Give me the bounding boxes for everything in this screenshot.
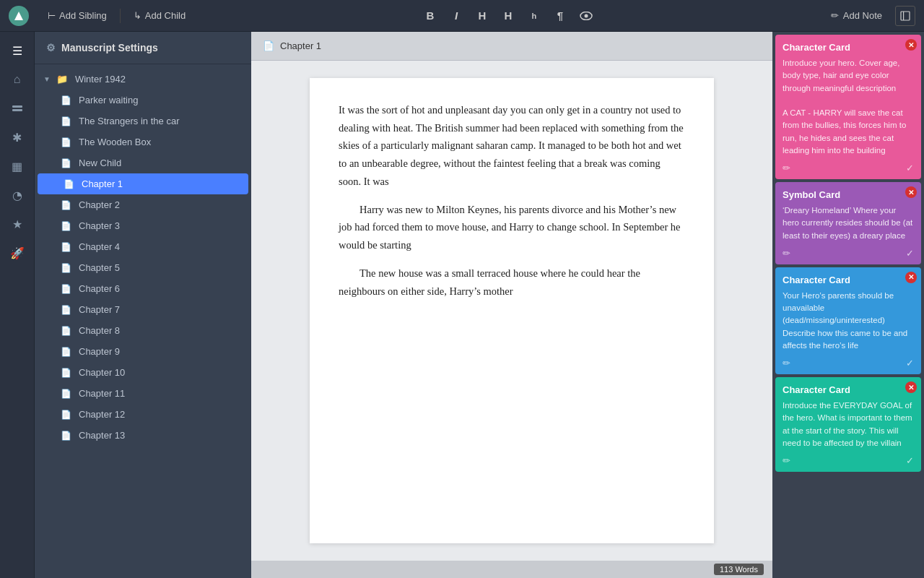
heading2-button[interactable]: H (497, 6, 519, 26)
tree-item-chapter7[interactable]: 📄Chapter 7 (35, 299, 251, 320)
notes-sidebar: ✕ Character Card Introduce your hero. Co… (772, 32, 924, 578)
toolbar-divider-1 (120, 9, 121, 23)
add-sibling-icon: ⊢ (48, 10, 56, 21)
sidebar-icon-menu[interactable]: ☰ (4, 38, 30, 64)
note-close-note1[interactable]: ✕ (905, 39, 917, 51)
doc-icon: 📄 (61, 389, 71, 399)
note-check-icon-note4[interactable]: ✓ (906, 455, 914, 466)
note-card-title-note1: Character Card (783, 42, 914, 53)
tree-item-woodenbox[interactable]: 📄The Wooden Box (35, 131, 251, 152)
doc-icon: 📄 (61, 242, 71, 252)
tree-item-chapter10[interactable]: 📄Chapter 10 (35, 362, 251, 383)
note-edit-icon-note2[interactable]: ✏ (783, 248, 790, 259)
preview-button[interactable] (575, 6, 597, 26)
tree-item-chapter11[interactable]: 📄Chapter 11 (35, 383, 251, 404)
note-footer-note3: ✏ ✓ (783, 358, 914, 368)
format-toolbar: B I H H h ¶ (193, 6, 824, 26)
app-logo (9, 6, 29, 26)
tree-item-chapter6[interactable]: 📄Chapter 6 (35, 278, 251, 299)
tree-item-chapter2[interactable]: 📄Chapter 2 (35, 194, 251, 215)
doc-icon: 📄 (61, 263, 71, 273)
arrow-icon: ▼ (43, 75, 51, 83)
note-card-note3: ✕ Character Card Your Hero’s parents sho… (775, 267, 921, 374)
doc-icon: 📄 (61, 221, 71, 231)
toolbar: ⊢ Add Sibling ↳ Add Child B I H H h ¶ ✏ … (0, 0, 924, 32)
note-card-body-note1: Introduce your hero. Cover age, body typ… (783, 57, 914, 157)
tree-item-chapter3[interactable]: 📄Chapter 3 (35, 215, 251, 236)
bold-button[interactable]: B (419, 6, 441, 26)
tree-item-label: New Child (79, 158, 121, 168)
note-card-body-note2: ‘Dreary Homeland’ Where your hero curren… (783, 204, 914, 242)
tree-item-label: Chapter 3 (79, 220, 120, 231)
expand-button[interactable] (895, 6, 915, 26)
heading1-button[interactable]: H (471, 6, 493, 26)
tree-item-newchild[interactable]: 📄New Child (35, 152, 251, 173)
note-card-body-note4: Introduce the EVERYDAY GOAL of the hero.… (783, 400, 914, 449)
doc-icon: 📄 (61, 368, 71, 378)
note-card-title-note4: Character Card (783, 384, 914, 395)
tree-item-chapter12[interactable]: 📄Chapter 12 (35, 404, 251, 425)
tree-item-label: Chapter 5 (79, 262, 120, 273)
italic-button[interactable]: I (445, 6, 467, 26)
note-edit-icon-note3[interactable]: ✏ (783, 358, 790, 368)
tree-item-parker[interactable]: 📄Parker waiting (35, 90, 251, 111)
doc-icon: 📄 (61, 326, 71, 336)
tree-sidebar: ⚙ Manuscript Settings ▼📁Winter 1942📄Park… (35, 32, 251, 578)
doc-icon: 📄 (61, 431, 71, 441)
tree-item-chapter1[interactable]: 📄Chapter 1 (38, 173, 248, 194)
note-check-icon-note2[interactable]: ✓ (906, 248, 914, 259)
note-footer-note4: ✏ ✓ (783, 455, 914, 466)
sidebar-icon-star[interactable]: ★ (4, 211, 30, 237)
note-close-note2[interactable]: ✕ (905, 186, 917, 198)
tree-item-strangers[interactable]: 📄The Strangers in the car (35, 111, 251, 131)
sidebar-title: Manuscript Settings (61, 42, 158, 53)
tree-item-label: Winter 1942 (75, 74, 126, 85)
note-edit-icon-note4[interactable]: ✏ (783, 455, 790, 466)
tree-item-label: Chapter 7 (79, 304, 120, 315)
svg-rect-5 (12, 105, 22, 108)
add-sibling-button[interactable]: ⊢ Add Sibling (40, 7, 114, 24)
main-layout: ☰ ⌂ ✱ ▦ ◔ ★ 🚀 ⚙ Manuscript Settings ▼📁Wi… (0, 32, 924, 578)
add-note-button[interactable]: ✏ Add Note (824, 7, 889, 24)
note-check-icon-note1[interactable]: ✓ (906, 163, 914, 173)
doc-icon: 📄 (61, 347, 71, 357)
sidebar-icon-snowflake[interactable]: ✱ (4, 124, 30, 150)
add-child-button[interactable]: ↳ Add Child (126, 7, 193, 24)
doc-icon: 📄 (61, 200, 71, 210)
editor-area: 📄 Chapter 1 It was the sort of hot and u… (251, 32, 772, 578)
note-edit-icon-note1[interactable]: ✏ (783, 163, 790, 173)
sidebar-icon-home[interactable]: ⌂ (4, 66, 30, 92)
tree-item-chapter8[interactable]: 📄Chapter 8 (35, 320, 251, 341)
sidebar-icon-grid[interactable]: ▦ (4, 153, 30, 179)
note-close-note4[interactable]: ✕ (905, 381, 917, 393)
paper[interactable]: It was the sort of hot and unpleasant da… (310, 78, 714, 543)
tree-item-label: The Strangers in the car (79, 116, 179, 126)
tree-item-chapter9[interactable]: 📄Chapter 9 (35, 341, 251, 362)
sidebar-icon-clock[interactable]: ◔ (4, 182, 30, 208)
tree-item-label: Chapter 11 (79, 388, 125, 399)
sidebar-icon-layers[interactable] (4, 95, 30, 121)
tree-item-label: Chapter 1 (82, 178, 123, 189)
svg-marker-0 (14, 12, 23, 20)
editor-content[interactable]: It was the sort of hot and unpleasant da… (251, 61, 772, 561)
note-card-title-note3: Character Card (783, 275, 914, 285)
tree-item-winter1942[interactable]: ▼📁Winter 1942 (35, 69, 251, 90)
sidebar-icon-rocket[interactable]: 🚀 (4, 240, 30, 266)
svg-rect-6 (12, 109, 22, 111)
note-card-note4: ✕ Character Card Introduce the EVERYDAY … (775, 377, 921, 472)
note-close-note3[interactable]: ✕ (905, 272, 917, 283)
tree-item-label: Chapter 4 (79, 241, 120, 252)
tree-item-chapter5[interactable]: 📄Chapter 5 (35, 257, 251, 278)
tree-item-chapter13[interactable]: 📄Chapter 13 (35, 425, 251, 446)
toolbar-right: ✏ Add Note (824, 6, 915, 26)
sidebar-header: ⚙ Manuscript Settings (35, 32, 251, 64)
paragraph-button[interactable]: ¶ (549, 6, 571, 26)
heading3-button[interactable]: h (523, 6, 545, 26)
paragraph-1: Harry was new to Milton Keynes, his pare… (339, 201, 685, 254)
tree-item-label: Chapter 12 (79, 409, 125, 420)
tree-item-label: Chapter 9 (79, 346, 120, 357)
svg-rect-3 (901, 12, 910, 20)
note-check-icon-note3[interactable]: ✓ (906, 358, 914, 368)
tree-item-chapter4[interactable]: 📄Chapter 4 (35, 236, 251, 257)
doc-icon: 📄 (64, 179, 74, 189)
